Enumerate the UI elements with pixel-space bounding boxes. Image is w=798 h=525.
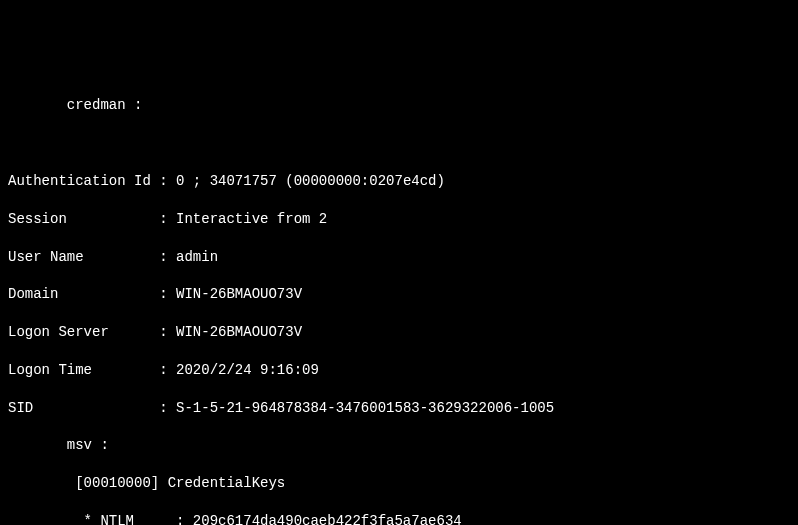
domain-label: Domain :: [8, 286, 168, 302]
msv-header: msv :: [8, 436, 790, 455]
auth-id-line: Authentication Id : 0 ; 34071757 (000000…: [8, 172, 790, 191]
username-label: User Name :: [8, 249, 168, 265]
msv-credkeys: [00010000] CredentialKeys: [8, 474, 790, 493]
msv-ntlm1-label: * NTLM :: [8, 513, 184, 525]
domain-value: WIN-26BMAOUO73V: [168, 286, 302, 302]
credman-top-label: credman :: [8, 97, 142, 113]
sid-label: SID :: [8, 400, 168, 416]
credman-top-line: credman :: [8, 96, 790, 115]
session-value: Interactive from 2: [168, 211, 328, 227]
auth-id-label: Authentication Id :: [8, 173, 168, 189]
domain-line: Domain : WIN-26BMAOUO73V: [8, 285, 790, 304]
auth-id-value: 0 ; 34071757 (00000000:0207e4cd): [168, 173, 445, 189]
blank-line: [8, 134, 790, 153]
logonserver-line: Logon Server : WIN-26BMAOUO73V: [8, 323, 790, 342]
username-value: admin: [168, 249, 218, 265]
sid-line: SID : S-1-5-21-964878384-3476001583-3629…: [8, 399, 790, 418]
session-label: Session :: [8, 211, 168, 227]
msv-ntlm1-value: 209c6174da490caeb422f3fa5a7ae634: [184, 513, 461, 525]
logonserver-value: WIN-26BMAOUO73V: [168, 324, 302, 340]
username-line: User Name : admin: [8, 248, 790, 267]
msv-credkeys-text: [00010000] CredentialKeys: [8, 475, 285, 491]
msv-ntlm1-line: * NTLM : 209c6174da490caeb422f3fa5a7ae63…: [8, 512, 790, 525]
logontime-label: Logon Time :: [8, 362, 168, 378]
logonserver-label: Logon Server :: [8, 324, 168, 340]
sid-value: S-1-5-21-964878384-3476001583-3629322006…: [168, 400, 554, 416]
terminal-output: credman : Authentication Id : 0 ; 340717…: [0, 76, 798, 525]
session-line: Session : Interactive from 2: [8, 210, 790, 229]
msv-label: msv :: [8, 437, 109, 453]
logontime-line: Logon Time : 2020/2/24 9:16:09: [8, 361, 790, 380]
logontime-value: 2020/2/24 9:16:09: [168, 362, 319, 378]
